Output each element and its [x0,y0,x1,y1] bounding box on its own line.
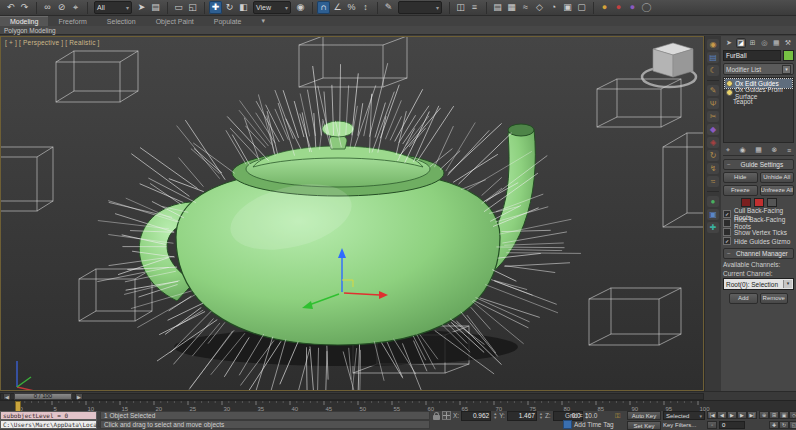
display-tab[interactable]: ▦ [771,38,781,48]
undo-icon[interactable]: ↶ [4,1,17,14]
checkbox-hide-back-facing-roots[interactable]: Hide Back-Facing Roots [723,219,794,227]
mirror-icon[interactable]: ◫ [454,1,467,14]
orbit-icon[interactable]: ↻ [779,421,789,429]
freeze-button[interactable]: Freeze [723,185,758,196]
object-name-field[interactable]: FurBall [723,50,781,61]
angle-snap-icon[interactable]: ∠ [331,1,344,14]
select-and-move-icon[interactable]: ✚ [209,1,222,14]
go-to-start-button[interactable]: |◀ [707,411,717,419]
ribbon-tab-populate[interactable]: Populate [204,16,252,26]
guide-swatch[interactable] [754,198,764,207]
named-selection-sets-dropdown[interactable]: ▾ [398,1,442,14]
ox-hair-shell-icon[interactable]: ☾ [707,65,719,76]
key-mode-toggle[interactable]: ◦ [707,421,717,429]
remove-channel-button[interactable]: Remove [760,293,789,304]
unhide-all-button[interactable]: Unhide All [760,172,795,183]
channel-manager-rollout[interactable]: − Channel Manager [723,248,794,259]
ribbon-toggle-icon[interactable]: ▦ [505,1,518,14]
ox-comb-tool-icon[interactable]: Ψ [707,98,719,109]
ox-smooth-tool-icon[interactable]: ≈ [707,176,719,187]
checkbox-hide-guides-gizmo[interactable]: ✓Hide Guides Gizmo [723,237,794,245]
modifier-enable-bulb-icon[interactable] [726,89,733,96]
viewcube[interactable] [642,43,696,87]
checkbox-icon[interactable] [723,219,731,227]
y-spinner[interactable]: ▲▼ [539,412,543,420]
select-and-rotate-icon[interactable]: ↻ [223,1,236,14]
unfreeze-all-button[interactable]: Unfreeze All [760,185,795,196]
guide-swatch[interactable] [741,198,751,207]
viewport-label[interactable]: [ + ] [ Perspective ] [ Realistic ] [5,39,100,46]
viewport[interactable]: [ + ] [ Perspective ] [ Realistic ] [0,36,704,391]
select-and-link-icon[interactable]: ∞ [41,1,54,14]
unlink-selection-icon[interactable]: ⊘ [55,1,68,14]
activeshade-icon[interactable]: ● [626,1,639,14]
ox-brush-tool-icon[interactable]: ✎ [707,85,719,96]
zoom-icon[interactable]: ⊕ [759,411,769,419]
show-end-result-icon[interactable]: ◉ [740,146,746,154]
modify-tab[interactable]: ◪ [736,38,746,48]
ribbon-tab-object-paint[interactable]: Object Paint [146,16,204,26]
ox-gizmo-tool-icon[interactable]: ✚ [707,222,719,233]
ox-paint-tool-icon[interactable]: ◆ [707,124,719,135]
object-color-swatch[interactable] [783,50,794,61]
curve-editor-icon[interactable]: ≈ [519,1,532,14]
percent-snap-icon[interactable]: % [345,1,358,14]
pin-stack-icon[interactable]: ⌖ [726,146,730,154]
absolute-offset-toggle-icon[interactable] [442,411,451,420]
x-coordinate-field[interactable]: 0.962 [461,411,491,421]
play-button[interactable]: ▶ [727,411,737,419]
time-slider-track[interactable] [0,393,704,400]
render-setup-icon[interactable]: ▣ [561,1,574,14]
polygon-modeling-label[interactable]: Polygon Modeling [4,27,56,34]
window-crossing-icon[interactable]: ◱ [186,1,199,14]
y-coordinate-field[interactable]: 1.467 [507,411,537,421]
selection-filter-dropdown[interactable]: All▾ [94,1,132,14]
selection-lock-icon[interactable] [433,415,440,420]
select-and-scale-icon[interactable]: ◧ [237,1,250,14]
time-slider-handle[interactable]: 0 / 100 [14,393,72,400]
checkbox-icon[interactable]: ✓ [723,237,731,245]
previous-frame-button[interactable]: ◀ [717,411,727,419]
ox-pull-tool-icon[interactable]: ↯ [707,163,719,174]
render-iterative-icon[interactable]: ● [612,1,625,14]
maxscript-listener-line2[interactable]: C:\Users\Marc\AppData\Local\Aut [0,420,97,429]
bind-to-space-warp-icon[interactable]: ⌖ [69,1,82,14]
checkbox-show-vertex-ticks[interactable]: Show Vertex Ticks [723,228,794,236]
ox-clump-tool-icon[interactable]: ◈ [707,137,719,148]
ribbon-tab-modeling[interactable]: Modeling [0,16,48,26]
make-unique-icon[interactable]: ▦ [755,146,762,154]
key-filters-button[interactable]: Key Filters... [663,421,705,430]
render-last-icon[interactable]: ◯ [640,1,653,14]
reference-coordinate-dropdown[interactable]: View▾ [253,1,291,14]
modifier-stack-item[interactable]: Ox Guides From Surface [725,88,792,97]
configure-modifier-sets-icon[interactable]: ≡ [787,147,791,154]
ribbon-more-tools[interactable]: ▾ [251,16,275,26]
layer-manager-icon[interactable]: ▤ [491,1,504,14]
checkbox-icon[interactable] [723,228,731,236]
hide-button[interactable]: Hide [723,172,758,183]
ox-cut-tool-icon[interactable]: ✂ [707,111,719,122]
guide-swatch[interactable] [767,198,777,207]
hierarchy-tab[interactable]: ⊞ [748,38,758,48]
maximize-viewport-icon[interactable]: ◱ [789,421,796,429]
time-slider-next-arrow[interactable]: ▶ [75,393,83,400]
add-channel-button[interactable]: Add [729,293,758,304]
modifier-list-dropdown[interactable]: Modifier List ▾ [723,63,794,75]
align-icon[interactable]: ≡ [468,1,481,14]
render-production-icon[interactable]: ● [598,1,611,14]
go-to-end-button[interactable]: ▶| [747,411,757,419]
create-tab[interactable]: ➤ [724,38,734,48]
use-pivot-center-icon[interactable]: ◉ [294,1,307,14]
zoom-extents-icon[interactable]: ▣ [779,411,789,419]
x-spinner[interactable]: ▲▼ [493,412,497,420]
ox-select-tool-icon[interactable]: ● [707,196,719,207]
auto-key-button[interactable]: Auto Key [627,411,661,420]
select-object-icon[interactable]: ➤ [135,1,148,14]
current-frame-field[interactable]: 0 [719,421,745,429]
spinner-snap-icon[interactable]: ↕ [359,1,372,14]
ribbon-tab-selection[interactable]: Selection [97,16,146,26]
rectangular-selection-region-icon[interactable]: ▭ [172,1,185,14]
redo-icon[interactable]: ↷ [18,1,31,14]
next-frame-button[interactable]: ▶ [737,411,747,419]
zoom-region-icon[interactable]: ◇ [789,411,796,419]
